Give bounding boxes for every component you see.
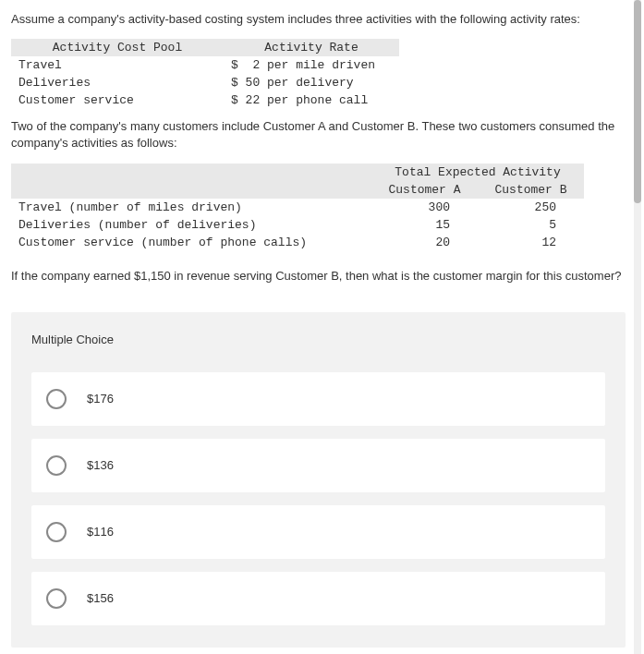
mc-option-label: $156 <box>87 591 114 605</box>
rate-cell: $ 2 per mile driven <box>224 56 399 74</box>
radio-icon[interactable] <box>46 455 67 476</box>
scrollbar-thumb[interactable] <box>634 0 641 203</box>
customer-b-value: 5 <box>478 216 584 234</box>
scrollbar-track[interactable] <box>634 0 641 654</box>
header-total-expected: Total Expected Activity <box>371 164 584 181</box>
table-row: Travel $ 2 per mile driven <box>11 56 399 74</box>
customer-b-value: 250 <box>478 199 584 216</box>
empty-subheader <box>11 181 371 199</box>
customer-a-value: 20 <box>371 234 478 251</box>
mc-option-4[interactable]: $156 <box>31 572 605 625</box>
mc-option-3[interactable]: $116 <box>31 505 605 559</box>
header-col-rate: Activity Rate <box>224 39 399 56</box>
subheader-customer-b: Customer B <box>478 181 584 199</box>
intro-text-2: Two of the company's many customers incl… <box>11 118 626 151</box>
mc-option-label: $176 <box>87 392 114 406</box>
rate-cell: $ 22 per phone call <box>224 91 399 109</box>
activity-label: Deliveries (number of deliveries) <box>11 216 371 234</box>
pool-cell: Travel <box>11 56 224 74</box>
subheader-customer-a: Customer A <box>371 181 478 199</box>
table-header-row: Total Expected Activity <box>11 164 584 181</box>
table-row: Travel (number of miles driven) 300 250 <box>11 199 584 216</box>
table-header-row: Activity Cost Pool Activity Rate <box>11 39 399 56</box>
customer-a-value: 300 <box>371 199 478 216</box>
radio-icon[interactable] <box>46 522 67 542</box>
customer-a-value: 15 <box>371 216 478 234</box>
radio-icon[interactable] <box>46 588 67 609</box>
mc-option-1[interactable]: $176 <box>31 372 605 426</box>
pool-cell: Deliveries <box>11 74 224 91</box>
pool-cell: Customer service <box>11 91 224 109</box>
header-col-pool: Activity Cost Pool <box>11 39 224 56</box>
activity-usage-table: Total Expected Activity Customer A Custo… <box>11 164 584 251</box>
table-subheader-row: Customer A Customer B <box>11 181 584 199</box>
multiple-choice-title: Multiple Choice <box>31 333 605 346</box>
activity-rate-table: Activity Cost Pool Activity Rate Travel … <box>11 39 399 109</box>
mc-option-label: $116 <box>87 525 114 539</box>
rate-cell: $ 50 per delivery <box>224 74 399 91</box>
table-row: Deliveries (number of deliveries) 15 5 <box>11 216 584 234</box>
activity-label: Customer service (number of phone calls) <box>11 234 371 251</box>
table-row: Deliveries $ 50 per delivery <box>11 74 399 91</box>
empty-header <box>11 164 371 181</box>
table-row: Customer service (number of phone calls)… <box>11 234 584 251</box>
radio-icon[interactable] <box>46 389 67 409</box>
mc-option-2[interactable]: $136 <box>31 439 605 492</box>
activity-label: Travel (number of miles driven) <box>11 199 371 216</box>
mc-option-label: $136 <box>87 458 114 472</box>
customer-b-value: 12 <box>478 234 584 251</box>
table-row: Customer service $ 22 per phone call <box>11 91 399 109</box>
multiple-choice-container: Multiple Choice $176 $136 $116 $156 <box>11 312 626 648</box>
intro-text-1: Assume a company's activity-based costin… <box>11 11 626 28</box>
question-text: If the company earned $1,150 in revenue … <box>11 268 626 285</box>
